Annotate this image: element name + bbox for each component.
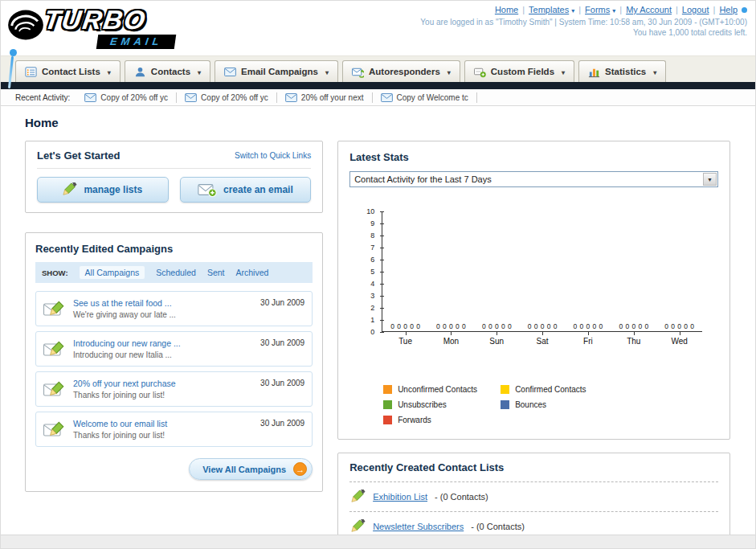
tab-custom-fields[interactable]: Custom Fields: [464, 60, 574, 82]
logo-dot-decoration: [10, 49, 17, 56]
bar-value-label: 0: [671, 323, 675, 330]
recent-campaigns-panel: Recently Edited Campaigns SHOW: All Camp…: [25, 232, 323, 492]
nav-help-link[interactable]: Help: [719, 5, 738, 14]
bar-value-label: 0: [403, 323, 407, 330]
bar-value-label: 0: [586, 323, 590, 330]
nav-forms-link[interactable]: Forms: [585, 5, 615, 14]
bar-value-label: 0: [528, 323, 532, 330]
campaign-edit-icon: [43, 420, 66, 438]
campaign-row: Welcome to our email list Thanks for joi…: [35, 412, 313, 447]
create-email-button[interactable]: create an email: [180, 177, 312, 203]
campaign-title-link[interactable]: Welcome to our email list: [73, 419, 253, 428]
switch-quick-links-link[interactable]: Switch to Quick Links: [235, 151, 311, 160]
campaign-title-link[interactable]: 20% off your next purchase: [73, 379, 253, 388]
campaign-date: 30 Jun 2009: [260, 379, 304, 387]
recent-activity-item-title: Copy of 20% off yc: [201, 93, 268, 102]
nav-home-link[interactable]: Home: [495, 5, 518, 14]
nav-templates-label: Templates: [529, 5, 569, 14]
tab-autoresponders[interactable]: Autoresponders: [342, 60, 460, 82]
latest-stats-panel: Latest Stats Contact Activity for the La…: [337, 141, 730, 440]
app-logo[interactable]: TURBO EMAIL: [7, 3, 216, 51]
legend-label: Forwards: [398, 416, 431, 424]
contact-lists-panel-title: Recently Created Contact Lists: [349, 461, 718, 482]
x-axis-tick: [451, 332, 452, 335]
bar-value-label: 0: [625, 323, 629, 330]
manage-lists-button[interactable]: manage lists: [37, 177, 169, 203]
nav-my-account-link[interactable]: My Account: [626, 5, 672, 14]
recent-activity-label: Recent Activity:: [15, 93, 70, 102]
nav-templates-link[interactable]: Templates: [529, 5, 574, 14]
x-axis-tick: [497, 332, 497, 335]
nav-logout-link[interactable]: Logout: [682, 5, 709, 14]
chevron-down-icon: [559, 67, 565, 76]
filter-archived[interactable]: Archived: [235, 268, 268, 277]
legend-item: Unsubscribes: [383, 400, 501, 409]
separator: [574, 5, 585, 14]
chart-category-group: 00000Sat: [520, 211, 566, 331]
contact-list-link[interactable]: Exhibition List: [373, 492, 427, 502]
recent-activity-item[interactable]: Copy of Welcome tc: [373, 92, 477, 103]
legend-item: Unconfirmed Contacts: [383, 385, 501, 394]
chart-y-axis-labels: 109876543210: [362, 211, 377, 332]
bar-value-label: 0: [664, 323, 668, 330]
chevron-down-icon: [323, 67, 329, 76]
envelope-icon: [84, 93, 96, 102]
separator: [672, 5, 682, 14]
arrow-right-icon: [293, 462, 307, 476]
contact-list-link[interactable]: Newsletter Subscribers: [373, 522, 464, 531]
filter-scheduled[interactable]: Scheduled: [156, 268, 196, 277]
recent-activity-item[interactable]: Copy of 20% off yc: [76, 92, 177, 103]
stats-panel-title: Latest Stats: [349, 151, 409, 163]
separator: [518, 5, 529, 14]
chart-category-group: 00000Fri: [566, 211, 611, 331]
envelope-icon: [285, 93, 297, 102]
legend-swatch: [501, 400, 509, 409]
x-axis-tick: [634, 332, 635, 335]
x-axis-category-label: Tue: [382, 337, 428, 346]
y-axis-tick-label: 4: [370, 281, 374, 288]
contact-activity-chart: 109876543210 00000Tue00000Mon00000Sun000…: [382, 211, 712, 366]
tab-contact-lists[interactable]: Contact Lists: [15, 60, 121, 82]
campaign-title-link[interactable]: See us at the retail food ...: [73, 298, 253, 308]
contacts-icon: [134, 66, 146, 78]
bar-value-label: 0: [677, 323, 681, 330]
bar-value-label: 0: [482, 323, 486, 330]
tab-contacts[interactable]: Contacts: [125, 60, 210, 82]
bar-value-label: 0: [554, 323, 558, 330]
legend-label: Bounces: [515, 400, 546, 409]
campaign-filter-bar: SHOW: All Campaigns Scheduled Sent Archi…: [35, 262, 313, 283]
contact-list-item: Exhibition List - (0 Contacts): [349, 482, 718, 512]
campaign-title-link[interactable]: Introducing our new range ...: [73, 338, 253, 348]
bar-value-label: 0: [644, 323, 648, 330]
stats-period-select[interactable]: Contact Activity for the Last 7 Days: [349, 171, 718, 187]
chart-category-group: 00000Wed: [656, 211, 702, 331]
x-axis-category-label: Wed: [656, 337, 702, 346]
contact-list-count: - (0 Contacts): [471, 522, 525, 531]
campaign-subtitle: Thanks for joining our list!: [73, 431, 253, 440]
recent-activity-item[interactable]: Copy of 20% off yc: [177, 92, 277, 103]
bar-value-label: 0: [462, 323, 466, 330]
y-axis-tick-label: 2: [370, 305, 374, 312]
campaign-info: Welcome to our email list Thanks for joi…: [73, 419, 253, 440]
filter-sent[interactable]: Sent: [207, 268, 225, 277]
view-all-campaigns-button[interactable]: View All Campaigns: [189, 458, 313, 480]
header: TURBO EMAIL HomeTemplatesFormsMy Account…: [1, 1, 755, 55]
recent-activity-item-title: Copy of Welcome tc: [397, 93, 468, 102]
tab-email-campaigns[interactable]: Email Campaigns: [215, 60, 338, 82]
recent-activity-item[interactable]: 20% off your next: [277, 92, 373, 103]
recent-activity-item-title: Copy of 20% off yc: [100, 93, 168, 102]
chart-plot: 00000Tue00000Mon00000Sun00000Sat00000Fri…: [382, 211, 702, 332]
chevron-down-icon: [195, 67, 201, 76]
login-status: You are logged in as "Timothy Smith" | S…: [420, 18, 747, 27]
filter-all-campaigns[interactable]: All Campaigns: [80, 266, 145, 279]
legend-item: Confirmed Contacts: [501, 385, 618, 394]
separator: [615, 5, 626, 14]
tab-statistics[interactable]: Statistics: [578, 60, 666, 82]
x-axis-tick: [588, 332, 589, 335]
envelope-plus-icon: [198, 183, 217, 197]
pencil-icon: [351, 519, 366, 534]
chart-category-group: 00000Tue: [382, 211, 428, 331]
bar-value-label: 0: [580, 323, 584, 330]
logo-subtitle: EMAIL: [96, 35, 177, 49]
y-axis-tick-label: 9: [370, 220, 374, 227]
